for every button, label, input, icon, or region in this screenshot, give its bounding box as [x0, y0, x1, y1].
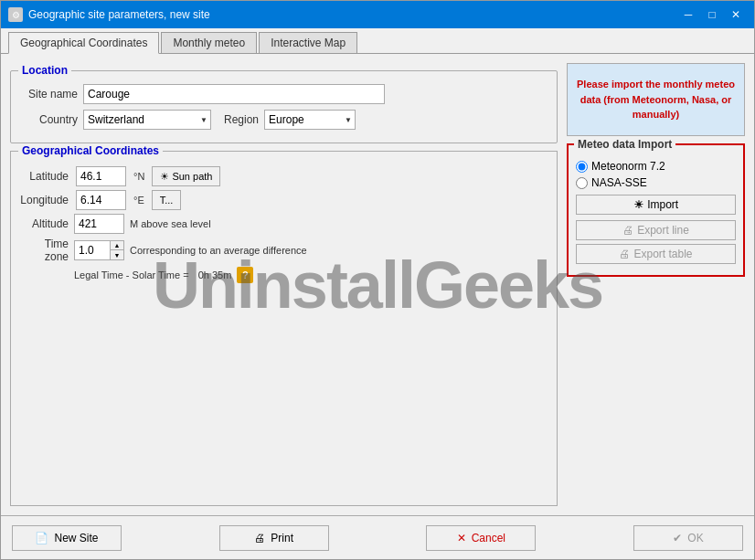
timezone-down-button[interactable]: ▼ — [111, 250, 123, 259]
timezone-spinner-buttons: ▲ ▼ — [111, 240, 124, 260]
altitude-input[interactable] — [74, 214, 124, 234]
legal-time-row: Legal Time - Solar Time = 0h 35m ? — [74, 267, 549, 283]
site-name-label: Site name — [18, 88, 78, 100]
timezone-input[interactable] — [74, 240, 111, 260]
cancel-button[interactable]: ✕ Cancel — [426, 525, 536, 551]
longitude-unit: °E — [133, 195, 144, 206]
longitude-label: Longitude — [18, 194, 69, 206]
latitude-unit: °N — [133, 171, 144, 182]
tmy-button[interactable]: T... — [152, 190, 182, 210]
country-label: Country — [18, 113, 78, 126]
site-name-row: Site name — [18, 84, 549, 104]
tab-bar: Geographical Coordinates Monthly meteo I… — [1, 28, 754, 54]
print-button[interactable]: 🖨 Print — [219, 525, 329, 551]
country-row: Country Switzerland Region Europe — [18, 110, 549, 130]
meteo-import-box: Meteo data Import Meteonorm 7.2 NASA-SSE… — [567, 143, 745, 277]
minimize-button[interactable]: ─ — [677, 6, 699, 23]
ok-button[interactable]: ✔ OK — [633, 525, 743, 551]
timezone-spinner: ▲ ▼ — [74, 240, 124, 260]
geo-coords-group-title: Geographical Coordinates — [18, 144, 163, 157]
geo-coords-group: Geographical Coordinates Latitude °N ☀ S… — [10, 151, 558, 506]
export-line-button[interactable]: 🖨 Export line — [576, 220, 736, 240]
timezone-row: Time zone ▲ ▼ Corresponding to an averag… — [18, 238, 549, 263]
ok-label: OK — [687, 532, 703, 544]
maximize-button[interactable]: □ — [701, 6, 723, 23]
content-area: Location Site name Country Switzerland — [1, 54, 754, 515]
meteo-import-title: Meteo data Import — [574, 138, 675, 151]
tz-desc: Corresponding to an average difference — [130, 245, 307, 256]
legal-time-label: Legal Time - Solar Time = — [74, 269, 189, 280]
country-select-wrapper: Switzerland — [83, 110, 211, 130]
altitude-row: Altitude M above sea level — [18, 214, 549, 234]
meteonorm-label: Meteonorm 7.2 — [591, 160, 665, 173]
left-panel: Location Site name Country Switzerland — [10, 63, 558, 506]
export-line-icon: 🖨 — [622, 224, 633, 237]
export-table-icon: 🖨 — [619, 248, 630, 260]
print-label: Print — [271, 532, 293, 544]
sunpath-button[interactable]: ☀ Sun path — [152, 166, 220, 186]
window-icon: ⚙ — [8, 7, 23, 22]
latitude-label: Latitude — [18, 170, 69, 183]
info-text: Please import the monthly meteo data (fr… — [577, 77, 735, 122]
nasa-radio-row: NASA-SSE — [576, 176, 736, 189]
nasa-radio[interactable] — [576, 177, 588, 189]
nasa-label: NASA-SSE — [591, 176, 647, 189]
cancel-label: Cancel — [472, 532, 505, 544]
location-group-title: Location — [18, 64, 71, 77]
longitude-row: Longitude °E T... — [18, 190, 549, 210]
title-bar-left: ⚙ Geographic site parameters, new site — [8, 7, 210, 22]
ok-icon: ✔ — [673, 532, 682, 544]
content-wrapper: UninstallGeeks Location Site name Countr… — [1, 54, 754, 515]
altitude-unit: M above sea level — [130, 218, 211, 229]
export-table-label: Export table — [633, 248, 692, 260]
latitude-row: Latitude °N ☀ Sun path — [18, 166, 549, 186]
altitude-label: Altitude — [18, 217, 69, 230]
print-icon: 🖨 — [254, 532, 265, 544]
tab-monthly-meteo[interactable]: Monthly meteo — [161, 32, 257, 53]
window-title: Geographic site parameters, new site — [28, 8, 210, 21]
latitude-input[interactable] — [76, 166, 126, 186]
info-box: Please import the monthly meteo data (fr… — [567, 63, 745, 136]
legal-time-value: 0h 35m — [198, 269, 232, 280]
title-bar: ⚙ Geographic site parameters, new site ─… — [1, 1, 754, 28]
tab-interactive-map[interactable]: Interactive Map — [259, 32, 357, 53]
site-name-input[interactable] — [83, 84, 385, 104]
right-panel: Please import the monthly meteo data (fr… — [567, 63, 745, 506]
location-group: Location Site name Country Switzerland — [10, 70, 558, 143]
export-table-button[interactable]: 🖨 Export table — [576, 244, 736, 264]
export-line-label: Export line — [637, 224, 689, 237]
bottom-bar: 📄 New Site 🖨 Print ✕ Cancel ✔ OK — [1, 515, 754, 559]
close-button[interactable]: ✕ — [725, 6, 747, 23]
meteonorm-radio[interactable] — [576, 161, 588, 173]
new-site-icon: 📄 — [35, 532, 48, 544]
help-button[interactable]: ? — [237, 267, 253, 283]
meteonorm-radio-row: Meteonorm 7.2 — [576, 160, 736, 173]
region-label: Region — [224, 113, 259, 126]
timezone-label: Time zone — [18, 238, 69, 263]
tab-geographical-coordinates[interactable]: Geographical Coordinates — [8, 32, 159, 54]
longitude-input[interactable] — [76, 190, 126, 210]
region-select-wrapper: Europe — [264, 110, 356, 130]
coords-content: Latitude °N ☀ Sun path Longitude °E T... — [18, 166, 549, 283]
new-site-label: New Site — [54, 532, 98, 544]
import-label: ☀ Import — [634, 198, 678, 211]
new-site-button[interactable]: 📄 New Site — [12, 525, 122, 551]
cancel-icon: ✕ — [457, 532, 466, 544]
timezone-up-button[interactable]: ▲ — [111, 241, 123, 250]
region-select[interactable]: Europe — [264, 110, 356, 130]
main-window: ⚙ Geographic site parameters, new site ─… — [0, 0, 755, 560]
title-buttons: ─ □ ✕ — [677, 6, 747, 23]
country-select[interactable]: Switzerland — [83, 110, 211, 130]
import-button[interactable]: ☀ ☀ Import — [576, 195, 736, 215]
